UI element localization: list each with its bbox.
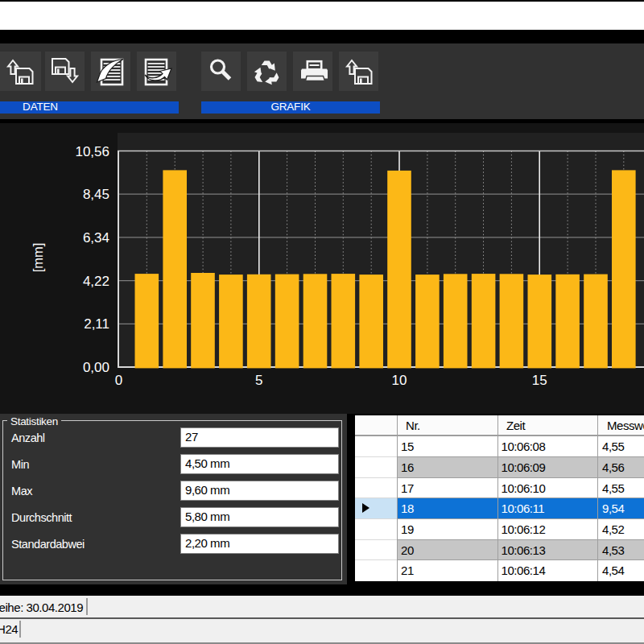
svg-text:4,22: 4,22 [83,274,109,289]
svg-text:10: 10 [392,373,407,388]
svg-text:15: 15 [532,373,547,388]
svg-text:5: 5 [255,373,262,388]
svg-text:0,00: 0,00 [83,360,109,375]
svg-text:0: 0 [115,373,122,388]
svg-text:6,34: 6,34 [83,230,109,246]
svg-text:8,45: 8,45 [83,187,109,202]
svg-text:10,56: 10,56 [75,144,109,159]
svg-text:[mm]: [mm] [31,243,45,273]
svg-text:2,11: 2,11 [84,316,109,332]
